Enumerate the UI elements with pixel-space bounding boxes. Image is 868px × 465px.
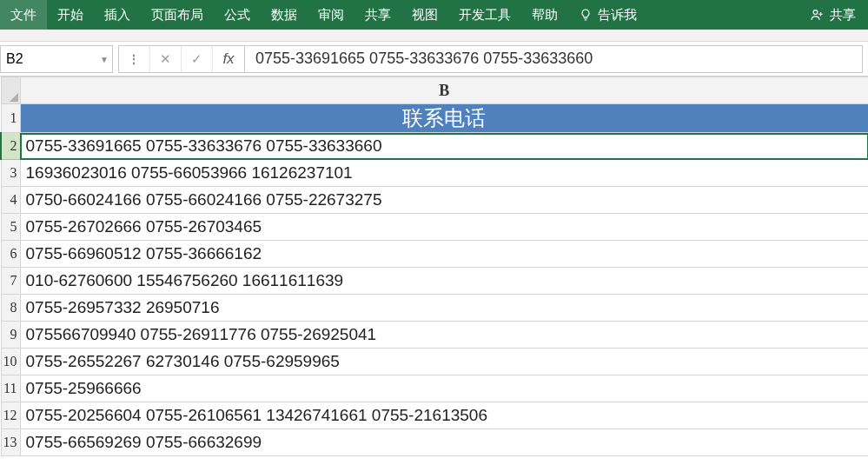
- cell[interactable]: 0755-33691665 0755-33633676 0755-3363366…: [20, 133, 868, 160]
- chevron-down-icon[interactable]: ▼: [100, 54, 109, 63]
- menu-item-3[interactable]: 页面布局: [141, 0, 214, 30]
- check-icon: ✓: [191, 51, 202, 67]
- select-all-corner[interactable]: [1, 77, 20, 104]
- formula-controls: ⋮ ✕ ✓ fx: [118, 45, 245, 73]
- menu-item-2[interactable]: 插入: [94, 0, 141, 30]
- cancel-button[interactable]: ✕: [150, 46, 182, 72]
- row-header[interactable]: 6: [1, 241, 20, 268]
- cell[interactable]: 0755-26957332 26950716: [20, 295, 868, 322]
- cell[interactable]: 0755-66569269 0755-66632699: [20, 429, 868, 456]
- tell-me[interactable]: 告诉我: [568, 0, 647, 30]
- row-header[interactable]: 5: [1, 214, 20, 241]
- row-header[interactable]: 10: [1, 349, 20, 375]
- cell[interactable]: 0750-66024166 0755-66024166 0755-2267327…: [20, 187, 868, 214]
- menu-item-1[interactable]: 开始: [47, 0, 94, 30]
- row-header[interactable]: 3: [1, 160, 20, 187]
- menu-item-9[interactable]: 开发工具: [448, 0, 521, 30]
- fx-button[interactable]: fx: [213, 46, 244, 72]
- menu-item-8[interactable]: 视图: [401, 0, 448, 30]
- row-header[interactable]: 8: [1, 295, 20, 322]
- menu-item-6[interactable]: 审阅: [308, 0, 354, 30]
- table-header-cell[interactable]: 联系电话: [20, 104, 868, 133]
- lightbulb-icon: [579, 8, 593, 22]
- menu-item-5[interactable]: 数据: [261, 0, 308, 30]
- formula-bar: ▼ ⋮ ✕ ✓ fx: [0, 42, 868, 76]
- share-label: 共享: [830, 7, 856, 23]
- formula-input[interactable]: [245, 45, 863, 73]
- ribbon-menu: 文件开始插入页面布局公式数据审阅共享视图开发工具帮助 告诉我 共享: [0, 0, 868, 30]
- cell[interactable]: 0755-26702666 0755-26703465: [20, 214, 868, 241]
- cell[interactable]: 0755-25966666: [20, 375, 868, 402]
- svg-point-0: [813, 10, 818, 15]
- menu-item-4[interactable]: 公式: [214, 0, 261, 30]
- menu-item-0[interactable]: 文件: [0, 0, 47, 30]
- name-box-input[interactable]: [1, 46, 112, 72]
- ribbon-strip: [0, 30, 868, 42]
- cell[interactable]: 075566709940 0755-26911776 0755-26925041: [20, 322, 868, 349]
- cell[interactable]: 0755-66960512 0755-36666162: [20, 241, 868, 268]
- spreadsheet-grid[interactable]: B 1联系电话20755-33691665 0755-33633676 0755…: [0, 76, 868, 465]
- row-header[interactable]: 12: [1, 402, 20, 429]
- cell[interactable]: 010-62760600 15546756260 16611611639: [20, 268, 868, 295]
- row-header[interactable]: 2: [1, 133, 20, 160]
- share-person-icon: [809, 7, 825, 23]
- cell[interactable]: 16936023016 0755-66053966 16126237101: [20, 160, 868, 187]
- menu-item-10[interactable]: 帮助: [521, 0, 568, 30]
- row-header[interactable]: 13: [1, 429, 20, 456]
- row-header[interactable]: 9: [1, 322, 20, 349]
- more-icon[interactable]: ⋮: [119, 46, 150, 72]
- confirm-button[interactable]: ✓: [182, 46, 213, 72]
- menu-item-7[interactable]: 共享: [354, 0, 401, 30]
- cell[interactable]: 0755-20256604 0755-26106561 13426741661 …: [20, 402, 868, 429]
- column-header-B[interactable]: B: [20, 77, 868, 104]
- fx-label: fx: [222, 50, 234, 68]
- row-header[interactable]: 4: [1, 187, 20, 214]
- row-header[interactable]: 7: [1, 268, 20, 295]
- tell-me-label: 告诉我: [598, 7, 637, 23]
- row-header[interactable]: 1: [1, 104, 20, 133]
- x-icon: ✕: [160, 51, 171, 67]
- row-header[interactable]: 11: [1, 375, 20, 402]
- name-box[interactable]: ▼: [0, 45, 113, 73]
- share-button[interactable]: 共享: [798, 0, 868, 30]
- cell[interactable]: 0755-26552267 62730146 0755-62959965: [20, 349, 868, 375]
